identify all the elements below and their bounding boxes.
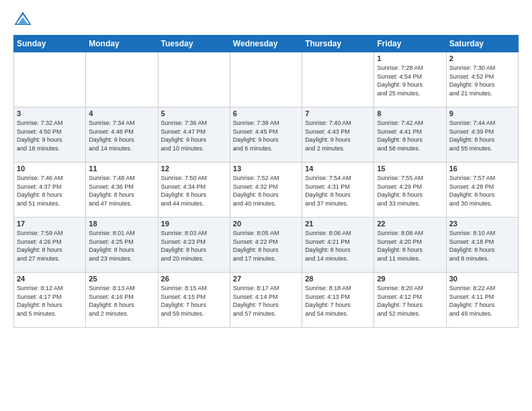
- day-info: Sunrise: 8:20 AM Sunset: 4:12 PM Dayligh…: [377, 284, 443, 318]
- day-number: 24: [17, 275, 83, 283]
- day-info: Sunrise: 7:57 AM Sunset: 4:28 PM Dayligh…: [449, 174, 515, 208]
- day-info: Sunrise: 7:50 AM Sunset: 4:34 PM Dayligh…: [161, 174, 227, 208]
- calendar-cell: 1Sunrise: 7:28 AM Sunset: 4:54 PM Daylig…: [374, 52, 446, 107]
- calendar-cell: 17Sunrise: 7:59 AM Sunset: 4:26 PM Dayli…: [14, 218, 86, 273]
- calendar-cell: 16Sunrise: 7:57 AM Sunset: 4:28 PM Dayli…: [446, 163, 518, 218]
- day-info: Sunrise: 8:01 AM Sunset: 4:25 PM Dayligh…: [89, 229, 154, 263]
- calendar-cell: 10Sunrise: 7:46 AM Sunset: 4:37 PM Dayli…: [14, 163, 86, 218]
- calendar-cell: [14, 52, 86, 107]
- day-number: 28: [305, 275, 371, 283]
- day-number: 13: [233, 165, 299, 173]
- calendar-cell: 28Sunrise: 8:18 AM Sunset: 4:13 PM Dayli…: [302, 273, 374, 328]
- day-number: 12: [161, 165, 227, 173]
- day-info: Sunrise: 7:42 AM Sunset: 4:41 PM Dayligh…: [377, 119, 443, 152]
- calendar-cell: 4Sunrise: 7:34 AM Sunset: 4:48 PM Daylig…: [86, 107, 158, 163]
- day-info: Sunrise: 7:36 AM Sunset: 4:47 PM Dayligh…: [161, 119, 227, 152]
- calendar-cell: 24Sunrise: 8:12 AM Sunset: 4:17 PM Dayli…: [14, 273, 86, 328]
- day-number: 18: [89, 220, 154, 228]
- calendar-header-wednesday: Wednesday: [230, 36, 302, 52]
- day-info: Sunrise: 8:13 AM Sunset: 4:16 PM Dayligh…: [89, 284, 154, 318]
- day-info: Sunrise: 7:59 AM Sunset: 4:26 PM Dayligh…: [17, 229, 83, 263]
- day-info: Sunrise: 7:52 AM Sunset: 4:32 PM Dayligh…: [233, 174, 299, 208]
- day-info: Sunrise: 7:34 AM Sunset: 4:48 PM Dayligh…: [89, 119, 154, 152]
- calendar-cell: 11Sunrise: 7:48 AM Sunset: 4:36 PM Dayli…: [86, 163, 158, 218]
- day-info: Sunrise: 8:08 AM Sunset: 4:20 PM Dayligh…: [377, 229, 443, 263]
- day-number: 16: [449, 165, 515, 173]
- calendar-cell: 25Sunrise: 8:13 AM Sunset: 4:16 PM Dayli…: [86, 273, 158, 328]
- day-number: 5: [161, 109, 227, 118]
- calendar-cell: 14Sunrise: 7:54 AM Sunset: 4:31 PM Dayli…: [302, 163, 374, 218]
- day-number: 19: [161, 220, 227, 228]
- calendar-cell: 15Sunrise: 7:55 AM Sunset: 4:29 PM Dayli…: [374, 163, 446, 218]
- calendar-header-thursday: Thursday: [302, 36, 374, 52]
- day-info: Sunrise: 8:03 AM Sunset: 4:23 PM Dayligh…: [161, 229, 227, 263]
- calendar-cell: [158, 52, 230, 107]
- day-info: Sunrise: 7:44 AM Sunset: 4:39 PM Dayligh…: [449, 119, 515, 152]
- day-info: Sunrise: 8:05 AM Sunset: 4:22 PM Dayligh…: [233, 229, 299, 263]
- day-info: Sunrise: 7:32 AM Sunset: 4:50 PM Dayligh…: [17, 119, 83, 152]
- day-number: 11: [89, 165, 154, 173]
- calendar-cell: 18Sunrise: 8:01 AM Sunset: 4:25 PM Dayli…: [86, 218, 158, 273]
- calendar-cell: 22Sunrise: 8:08 AM Sunset: 4:20 PM Dayli…: [374, 218, 446, 273]
- calendar-cell: [302, 52, 374, 107]
- header: [13, 11, 519, 30]
- day-info: Sunrise: 7:46 AM Sunset: 4:37 PM Dayligh…: [17, 174, 83, 208]
- day-number: 17: [17, 220, 83, 228]
- calendar-cell: 7Sunrise: 7:40 AM Sunset: 4:43 PM Daylig…: [302, 107, 374, 163]
- calendar-cell: 13Sunrise: 7:52 AM Sunset: 4:32 PM Dayli…: [230, 163, 302, 218]
- logo-icon: [13, 11, 32, 30]
- calendar-week-3: 10Sunrise: 7:46 AM Sunset: 4:37 PM Dayli…: [14, 163, 519, 218]
- calendar-header-saturday: Saturday: [446, 36, 518, 52]
- day-number: 22: [377, 220, 443, 228]
- day-info: Sunrise: 8:17 AM Sunset: 4:14 PM Dayligh…: [233, 284, 299, 318]
- day-number: 23: [449, 220, 515, 228]
- calendar-cell: 21Sunrise: 8:06 AM Sunset: 4:21 PM Dayli…: [302, 218, 374, 273]
- calendar-header-friday: Friday: [374, 36, 446, 52]
- calendar-cell: 5Sunrise: 7:36 AM Sunset: 4:47 PM Daylig…: [158, 107, 230, 163]
- day-info: Sunrise: 8:22 AM Sunset: 4:11 PM Dayligh…: [449, 284, 515, 318]
- calendar-cell: [230, 52, 302, 107]
- day-number: 27: [233, 275, 299, 283]
- calendar-header-monday: Monday: [86, 36, 158, 52]
- day-info: Sunrise: 7:48 AM Sunset: 4:36 PM Dayligh…: [89, 174, 154, 208]
- day-info: Sunrise: 7:28 AM Sunset: 4:54 PM Dayligh…: [377, 64, 443, 97]
- calendar-cell: 3Sunrise: 7:32 AM Sunset: 4:50 PM Daylig…: [14, 107, 86, 163]
- calendar-cell: 29Sunrise: 8:20 AM Sunset: 4:12 PM Dayli…: [374, 273, 446, 328]
- day-info: Sunrise: 7:54 AM Sunset: 4:31 PM Dayligh…: [305, 174, 371, 208]
- calendar-cell: 6Sunrise: 7:38 AM Sunset: 4:45 PM Daylig…: [230, 107, 302, 163]
- day-number: 20: [233, 220, 299, 228]
- day-info: Sunrise: 8:18 AM Sunset: 4:13 PM Dayligh…: [305, 284, 371, 318]
- day-number: 10: [17, 165, 83, 173]
- day-number: 21: [305, 220, 371, 228]
- calendar-cell: [86, 52, 158, 107]
- day-info: Sunrise: 8:06 AM Sunset: 4:21 PM Dayligh…: [305, 229, 371, 263]
- calendar-header-sunday: Sunday: [14, 36, 86, 52]
- day-number: 29: [377, 275, 443, 283]
- calendar-header-row: SundayMondayTuesdayWednesdayThursdayFrid…: [14, 36, 519, 52]
- day-info: Sunrise: 8:12 AM Sunset: 4:17 PM Dayligh…: [17, 284, 83, 318]
- day-info: Sunrise: 7:55 AM Sunset: 4:29 PM Dayligh…: [377, 174, 443, 208]
- day-info: Sunrise: 7:30 AM Sunset: 4:52 PM Dayligh…: [449, 64, 515, 97]
- day-number: 4: [89, 109, 154, 118]
- page: SundayMondayTuesdayWednesdayThursdayFrid…: [0, 0, 532, 411]
- calendar-week-5: 24Sunrise: 8:12 AM Sunset: 4:17 PM Dayli…: [14, 273, 519, 328]
- calendar-header-tuesday: Tuesday: [158, 36, 230, 52]
- calendar-cell: 9Sunrise: 7:44 AM Sunset: 4:39 PM Daylig…: [446, 107, 518, 163]
- day-number: 25: [89, 275, 154, 283]
- calendar-cell: 23Sunrise: 8:10 AM Sunset: 4:18 PM Dayli…: [446, 218, 518, 273]
- day-info: Sunrise: 8:15 AM Sunset: 4:15 PM Dayligh…: [161, 284, 227, 318]
- calendar-cell: 20Sunrise: 8:05 AM Sunset: 4:22 PM Dayli…: [230, 218, 302, 273]
- day-number: 30: [449, 275, 515, 283]
- day-info: Sunrise: 7:38 AM Sunset: 4:45 PM Dayligh…: [233, 119, 299, 152]
- calendar-week-2: 3Sunrise: 7:32 AM Sunset: 4:50 PM Daylig…: [14, 107, 519, 163]
- logo: [13, 11, 35, 30]
- day-number: 14: [305, 165, 371, 173]
- calendar-cell: 26Sunrise: 8:15 AM Sunset: 4:15 PM Dayli…: [158, 273, 230, 328]
- day-number: 8: [377, 109, 443, 118]
- calendar-week-4: 17Sunrise: 7:59 AM Sunset: 4:26 PM Dayli…: [14, 218, 519, 273]
- calendar-cell: 19Sunrise: 8:03 AM Sunset: 4:23 PM Dayli…: [158, 218, 230, 273]
- day-number: 15: [377, 165, 443, 173]
- calendar-week-1: 1Sunrise: 7:28 AM Sunset: 4:54 PM Daylig…: [14, 52, 519, 107]
- day-number: 9: [449, 109, 515, 118]
- day-number: 1: [377, 54, 443, 62]
